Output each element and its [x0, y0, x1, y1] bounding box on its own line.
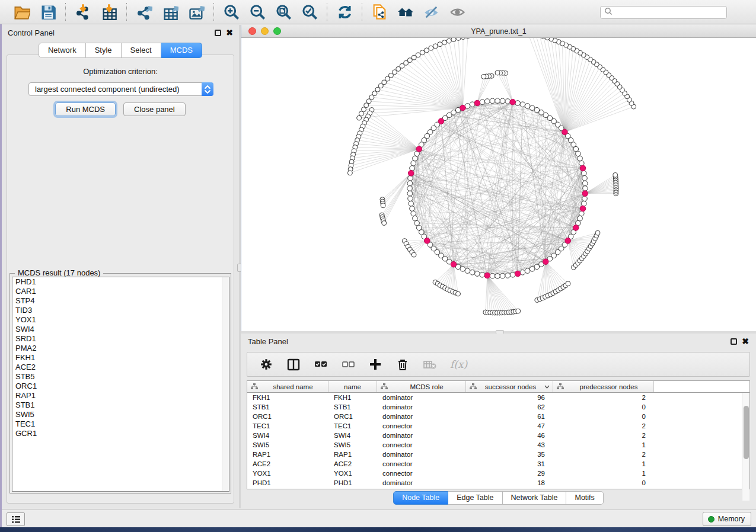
result-node-item[interactable]: STB1: [12, 400, 229, 410]
tab-node-table[interactable]: Node Table: [393, 491, 448, 505]
network-canvas[interactable]: [241, 38, 756, 331]
network-window-titlebar[interactable]: YPA_prune.txt_1: [241, 25, 756, 38]
duplicate-network-icon[interactable]: [371, 3, 388, 21]
tab-select[interactable]: Select: [122, 43, 161, 58]
table-scrollbar[interactable]: [742, 393, 749, 501]
result-node-item[interactable]: ORC1: [12, 382, 229, 391]
zoom-selected-icon[interactable]: [301, 3, 318, 21]
tab-motifs[interactable]: Motifs: [566, 491, 603, 505]
run-mcds-button[interactable]: Run MCDS: [55, 102, 116, 116]
table-cell[interactable]: TEC1: [247, 421, 328, 431]
column-header-shared-name[interactable]: shared name: [247, 381, 328, 392]
table-cell[interactable]: 96: [466, 393, 553, 402]
table-cell[interactable]: 61: [466, 412, 553, 421]
tab-network-table[interactable]: Network Table: [503, 491, 567, 505]
table-cell[interactable]: ACE2: [247, 459, 328, 469]
result-node-item[interactable]: TEC1: [12, 419, 229, 429]
table-row[interactable]: ACE2ACE2connector311: [247, 459, 749, 469]
table-cell[interactable]: dominator: [377, 393, 466, 402]
zoom-out-icon[interactable]: [248, 3, 266, 21]
column-layout-icon[interactable]: [286, 357, 301, 371]
table-cell[interactable]: 1: [553, 440, 654, 450]
table-cell[interactable]: 2: [553, 431, 654, 440]
zoom-in-icon[interactable]: [222, 3, 240, 21]
result-node-item[interactable]: FKH1: [12, 353, 229, 363]
table-cell[interactable]: PHD1: [328, 478, 377, 488]
close-icon[interactable]: ✖: [742, 338, 749, 345]
table-cell[interactable]: 0: [553, 402, 654, 412]
table-cell[interactable]: connector: [377, 421, 466, 431]
search-box[interactable]: [600, 6, 727, 19]
task-history-button[interactable]: [7, 512, 25, 526]
result-node-item[interactable]: STP4: [12, 296, 229, 306]
network-graph[interactable]: [241, 38, 756, 331]
table-cell[interactable]: FKH1: [247, 393, 328, 402]
table-cell[interactable]: connector: [377, 469, 466, 478]
table-cell[interactable]: 18: [466, 478, 553, 488]
table-cell[interactable]: 1: [553, 459, 654, 469]
table-cell[interactable]: ACE2: [328, 459, 377, 469]
table-row[interactable]: STB1STB1dominator620: [247, 402, 749, 412]
table-row[interactable]: RAP1RAP1dominator352: [247, 450, 749, 459]
settings-icon[interactable]: [259, 357, 273, 371]
table-cell[interactable]: 2: [553, 421, 654, 431]
column-header-name[interactable]: name: [328, 381, 377, 392]
table-cell[interactable]: dominator: [377, 478, 466, 488]
open-file-icon[interactable]: [13, 3, 31, 21]
result-node-item[interactable]: SRD1: [12, 334, 229, 344]
table-cell[interactable]: RAP1: [328, 450, 377, 459]
zoom-fit-icon[interactable]: [275, 3, 292, 21]
table-cell[interactable]: 47: [466, 421, 553, 431]
table-cell[interactable]: ORC1: [328, 412, 377, 421]
table-cell[interactable]: SWI4: [247, 431, 328, 440]
table-cell[interactable]: RAP1: [247, 450, 328, 459]
table-cell[interactable]: 2: [553, 393, 654, 402]
table-cell[interactable]: 31: [466, 459, 553, 469]
memory-button[interactable]: Memory: [703, 512, 751, 526]
table-cell[interactable]: PHD1: [247, 478, 328, 488]
table-row[interactable]: ORC1ORC1dominator610: [247, 412, 749, 421]
table-cell[interactable]: YOX1: [328, 469, 377, 478]
result-node-item[interactable]: PMA2: [12, 344, 229, 353]
tab-edge-table[interactable]: Edge Table: [448, 491, 502, 505]
result-node-item[interactable]: SWI5: [12, 410, 229, 419]
table-cell[interactable]: dominator: [377, 450, 466, 459]
table-cell[interactable]: STB1: [328, 402, 377, 412]
add-row-icon[interactable]: [368, 357, 382, 371]
table-cell[interactable]: SWI5: [328, 440, 377, 450]
tab-mcds[interactable]: MCDS: [161, 43, 202, 58]
search-input[interactable]: [613, 7, 726, 18]
table-cell[interactable]: 0: [553, 412, 654, 421]
export-table-icon[interactable]: [161, 3, 179, 21]
result-node-item[interactable]: ACE2: [12, 363, 229, 372]
column-header-successor-nodes[interactable]: successor nodes: [466, 381, 553, 392]
table-row[interactable]: YOX1YOX1connector291: [247, 469, 749, 478]
table-cell[interactable]: dominator: [377, 431, 466, 440]
result-node-item[interactable]: RAP1: [12, 391, 229, 400]
tab-style[interactable]: Style: [86, 43, 122, 58]
import-table-icon[interactable]: [100, 3, 118, 21]
table-cell[interactable]: 1: [553, 469, 654, 478]
table-cell[interactable]: 35: [466, 450, 553, 459]
table-row[interactable]: PHD1PHD1dominator180: [247, 478, 749, 488]
column-header-MCDS-role[interactable]: MCDS role: [377, 381, 466, 392]
tab-network[interactable]: Network: [39, 43, 86, 58]
table-row[interactable]: SWI4SWI4dominator462: [247, 431, 749, 440]
table-cell[interactable]: ORC1: [247, 412, 328, 421]
float-icon[interactable]: [215, 30, 221, 36]
table-cell[interactable]: connector: [377, 440, 466, 450]
show-details-icon[interactable]: [449, 3, 467, 21]
table-cell[interactable]: SWI5: [247, 440, 328, 450]
result-node-item[interactable]: STB5: [12, 372, 229, 382]
criterion-dropdown[interactable]: largest connected component (undirected): [28, 82, 213, 96]
table-cell[interactable]: 0: [553, 478, 654, 488]
result-list-scrollbar[interactable]: [222, 277, 229, 491]
table-cell[interactable]: STB1: [247, 402, 328, 412]
refresh-icon[interactable]: [336, 3, 353, 21]
save-icon[interactable]: [39, 3, 57, 21]
close-panel-button[interactable]: Close panel: [123, 102, 186, 116]
float-icon[interactable]: [731, 338, 737, 345]
export-image-icon[interactable]: [187, 3, 205, 21]
first-neighbors-icon[interactable]: [397, 3, 414, 21]
result-node-item[interactable]: GCR1: [12, 429, 229, 438]
